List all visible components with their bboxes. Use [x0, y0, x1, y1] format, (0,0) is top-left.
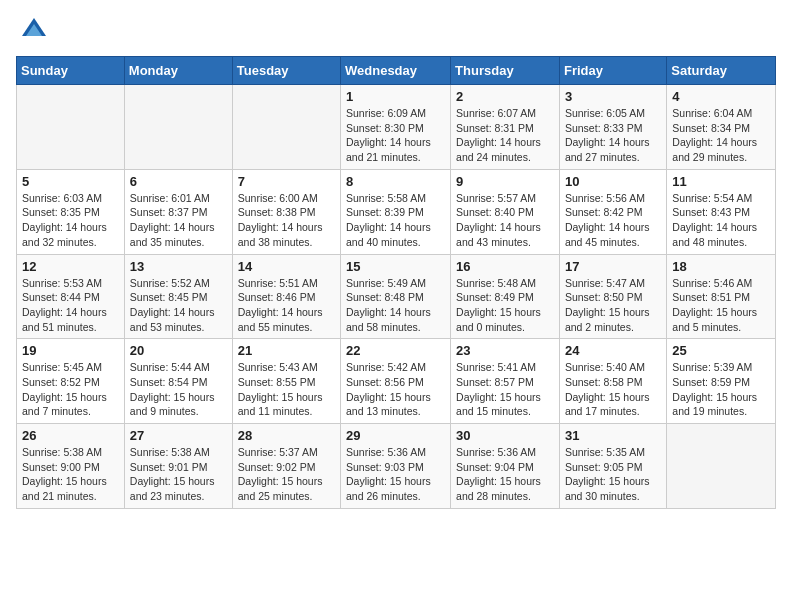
calendar-cell	[232, 85, 340, 170]
day-info: Sunrise: 6:05 AM Sunset: 8:33 PM Dayligh…	[565, 106, 661, 165]
calendar-table: SundayMondayTuesdayWednesdayThursdayFrid…	[16, 56, 776, 509]
day-number: 19	[22, 343, 119, 358]
day-number: 4	[672, 89, 770, 104]
calendar-cell: 29Sunrise: 5:36 AM Sunset: 9:03 PM Dayli…	[341, 424, 451, 509]
calendar-cell: 16Sunrise: 5:48 AM Sunset: 8:49 PM Dayli…	[451, 254, 560, 339]
calendar-cell: 26Sunrise: 5:38 AM Sunset: 9:00 PM Dayli…	[17, 424, 125, 509]
day-number: 16	[456, 259, 554, 274]
day-number: 30	[456, 428, 554, 443]
day-number: 28	[238, 428, 335, 443]
page-header	[16, 16, 776, 44]
day-number: 20	[130, 343, 227, 358]
day-number: 10	[565, 174, 661, 189]
weekday-header-friday: Friday	[559, 57, 666, 85]
day-info: Sunrise: 5:36 AM Sunset: 9:03 PM Dayligh…	[346, 445, 445, 504]
calendar-cell: 10Sunrise: 5:56 AM Sunset: 8:42 PM Dayli…	[559, 169, 666, 254]
day-number: 25	[672, 343, 770, 358]
day-number: 14	[238, 259, 335, 274]
calendar-cell: 25Sunrise: 5:39 AM Sunset: 8:59 PM Dayli…	[667, 339, 776, 424]
calendar-cell: 19Sunrise: 5:45 AM Sunset: 8:52 PM Dayli…	[17, 339, 125, 424]
day-number: 24	[565, 343, 661, 358]
day-info: Sunrise: 5:48 AM Sunset: 8:49 PM Dayligh…	[456, 276, 554, 335]
day-number: 22	[346, 343, 445, 358]
day-info: Sunrise: 5:37 AM Sunset: 9:02 PM Dayligh…	[238, 445, 335, 504]
calendar-cell: 11Sunrise: 5:54 AM Sunset: 8:43 PM Dayli…	[667, 169, 776, 254]
day-info: Sunrise: 5:44 AM Sunset: 8:54 PM Dayligh…	[130, 360, 227, 419]
week-row-2: 5Sunrise: 6:03 AM Sunset: 8:35 PM Daylig…	[17, 169, 776, 254]
day-number: 23	[456, 343, 554, 358]
weekday-header-sunday: Sunday	[17, 57, 125, 85]
calendar-cell: 23Sunrise: 5:41 AM Sunset: 8:57 PM Dayli…	[451, 339, 560, 424]
calendar-cell: 15Sunrise: 5:49 AM Sunset: 8:48 PM Dayli…	[341, 254, 451, 339]
day-number: 17	[565, 259, 661, 274]
day-info: Sunrise: 5:52 AM Sunset: 8:45 PM Dayligh…	[130, 276, 227, 335]
day-info: Sunrise: 5:46 AM Sunset: 8:51 PM Dayligh…	[672, 276, 770, 335]
day-info: Sunrise: 6:07 AM Sunset: 8:31 PM Dayligh…	[456, 106, 554, 165]
calendar-cell: 27Sunrise: 5:38 AM Sunset: 9:01 PM Dayli…	[124, 424, 232, 509]
weekday-header-monday: Monday	[124, 57, 232, 85]
calendar-cell: 31Sunrise: 5:35 AM Sunset: 9:05 PM Dayli…	[559, 424, 666, 509]
calendar-cell	[124, 85, 232, 170]
day-info: Sunrise: 5:45 AM Sunset: 8:52 PM Dayligh…	[22, 360, 119, 419]
day-info: Sunrise: 5:58 AM Sunset: 8:39 PM Dayligh…	[346, 191, 445, 250]
weekday-header-thursday: Thursday	[451, 57, 560, 85]
day-number: 5	[22, 174, 119, 189]
day-info: Sunrise: 5:51 AM Sunset: 8:46 PM Dayligh…	[238, 276, 335, 335]
calendar-cell: 21Sunrise: 5:43 AM Sunset: 8:55 PM Dayli…	[232, 339, 340, 424]
logo	[16, 16, 48, 44]
calendar-cell: 6Sunrise: 6:01 AM Sunset: 8:37 PM Daylig…	[124, 169, 232, 254]
calendar-cell: 24Sunrise: 5:40 AM Sunset: 8:58 PM Dayli…	[559, 339, 666, 424]
week-row-4: 19Sunrise: 5:45 AM Sunset: 8:52 PM Dayli…	[17, 339, 776, 424]
day-number: 21	[238, 343, 335, 358]
week-row-1: 1Sunrise: 6:09 AM Sunset: 8:30 PM Daylig…	[17, 85, 776, 170]
day-info: Sunrise: 6:04 AM Sunset: 8:34 PM Dayligh…	[672, 106, 770, 165]
day-info: Sunrise: 5:39 AM Sunset: 8:59 PM Dayligh…	[672, 360, 770, 419]
week-row-5: 26Sunrise: 5:38 AM Sunset: 9:00 PM Dayli…	[17, 424, 776, 509]
calendar-cell: 7Sunrise: 6:00 AM Sunset: 8:38 PM Daylig…	[232, 169, 340, 254]
week-row-3: 12Sunrise: 5:53 AM Sunset: 8:44 PM Dayli…	[17, 254, 776, 339]
day-number: 3	[565, 89, 661, 104]
day-number: 12	[22, 259, 119, 274]
calendar-cell: 8Sunrise: 5:58 AM Sunset: 8:39 PM Daylig…	[341, 169, 451, 254]
weekday-header-row: SundayMondayTuesdayWednesdayThursdayFrid…	[17, 57, 776, 85]
calendar-cell: 28Sunrise: 5:37 AM Sunset: 9:02 PM Dayli…	[232, 424, 340, 509]
day-number: 7	[238, 174, 335, 189]
day-number: 9	[456, 174, 554, 189]
calendar-cell: 9Sunrise: 5:57 AM Sunset: 8:40 PM Daylig…	[451, 169, 560, 254]
day-info: Sunrise: 5:38 AM Sunset: 9:00 PM Dayligh…	[22, 445, 119, 504]
calendar-cell: 2Sunrise: 6:07 AM Sunset: 8:31 PM Daylig…	[451, 85, 560, 170]
calendar-cell: 3Sunrise: 6:05 AM Sunset: 8:33 PM Daylig…	[559, 85, 666, 170]
day-info: Sunrise: 5:49 AM Sunset: 8:48 PM Dayligh…	[346, 276, 445, 335]
day-info: Sunrise: 5:53 AM Sunset: 8:44 PM Dayligh…	[22, 276, 119, 335]
calendar-cell	[17, 85, 125, 170]
calendar-cell: 18Sunrise: 5:46 AM Sunset: 8:51 PM Dayli…	[667, 254, 776, 339]
logo-icon	[20, 16, 48, 44]
day-info: Sunrise: 5:35 AM Sunset: 9:05 PM Dayligh…	[565, 445, 661, 504]
calendar-cell: 1Sunrise: 6:09 AM Sunset: 8:30 PM Daylig…	[341, 85, 451, 170]
day-number: 13	[130, 259, 227, 274]
day-info: Sunrise: 6:03 AM Sunset: 8:35 PM Dayligh…	[22, 191, 119, 250]
day-number: 29	[346, 428, 445, 443]
day-number: 18	[672, 259, 770, 274]
day-number: 6	[130, 174, 227, 189]
day-number: 11	[672, 174, 770, 189]
day-info: Sunrise: 5:40 AM Sunset: 8:58 PM Dayligh…	[565, 360, 661, 419]
day-number: 26	[22, 428, 119, 443]
weekday-header-wednesday: Wednesday	[341, 57, 451, 85]
day-info: Sunrise: 6:01 AM Sunset: 8:37 PM Dayligh…	[130, 191, 227, 250]
day-info: Sunrise: 5:54 AM Sunset: 8:43 PM Dayligh…	[672, 191, 770, 250]
calendar-cell: 22Sunrise: 5:42 AM Sunset: 8:56 PM Dayli…	[341, 339, 451, 424]
day-number: 2	[456, 89, 554, 104]
calendar-cell	[667, 424, 776, 509]
calendar-cell: 13Sunrise: 5:52 AM Sunset: 8:45 PM Dayli…	[124, 254, 232, 339]
day-info: Sunrise: 6:09 AM Sunset: 8:30 PM Dayligh…	[346, 106, 445, 165]
calendar-cell: 5Sunrise: 6:03 AM Sunset: 8:35 PM Daylig…	[17, 169, 125, 254]
calendar-cell: 14Sunrise: 5:51 AM Sunset: 8:46 PM Dayli…	[232, 254, 340, 339]
calendar-cell: 12Sunrise: 5:53 AM Sunset: 8:44 PM Dayli…	[17, 254, 125, 339]
day-info: Sunrise: 5:47 AM Sunset: 8:50 PM Dayligh…	[565, 276, 661, 335]
day-info: Sunrise: 5:42 AM Sunset: 8:56 PM Dayligh…	[346, 360, 445, 419]
day-info: Sunrise: 5:38 AM Sunset: 9:01 PM Dayligh…	[130, 445, 227, 504]
day-info: Sunrise: 5:43 AM Sunset: 8:55 PM Dayligh…	[238, 360, 335, 419]
day-info: Sunrise: 5:56 AM Sunset: 8:42 PM Dayligh…	[565, 191, 661, 250]
day-info: Sunrise: 5:41 AM Sunset: 8:57 PM Dayligh…	[456, 360, 554, 419]
